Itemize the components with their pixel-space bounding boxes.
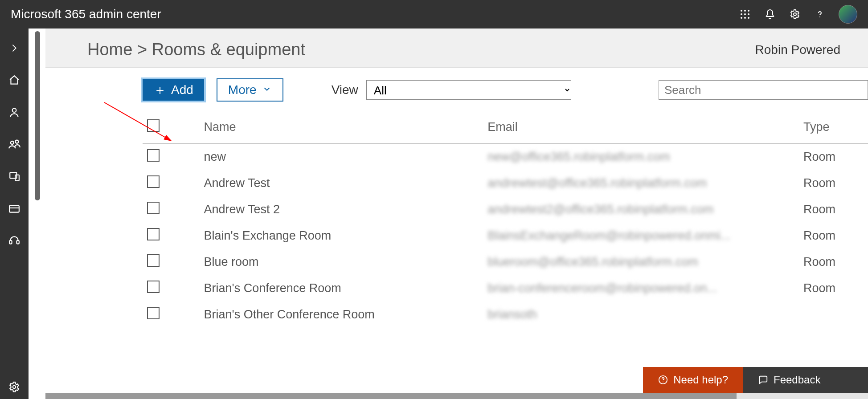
groups-icon[interactable]	[8, 138, 20, 151]
chevron-down-icon	[262, 83, 272, 97]
select-all-checkbox[interactable]	[147, 119, 160, 132]
feedback-button[interactable]: Feedback	[743, 367, 868, 393]
support-icon[interactable]	[8, 234, 20, 247]
need-help-button[interactable]: Need help?	[643, 367, 743, 393]
horizontal-scrollbar[interactable]	[45, 393, 868, 399]
devices-icon[interactable]	[8, 170, 20, 183]
more-button-label: More	[228, 83, 257, 97]
question-circle-icon	[658, 375, 668, 385]
add-button[interactable]: ＋ Add	[143, 79, 204, 101]
row-checkbox[interactable]	[147, 307, 160, 319]
svg-point-2	[748, 10, 749, 12]
rooms-table-wrap: Name Email Type newnew@office365.robinpl…	[45, 112, 868, 399]
row-name: Brian's Conference Room	[182, 281, 341, 295]
home-icon[interactable]	[8, 74, 20, 86]
row-name: Andrew Test 2	[182, 203, 280, 216]
table-row[interactable]: Blue roomblueroom@office365.robinplatfor…	[143, 249, 868, 275]
view-label: View	[332, 83, 358, 97]
settings-icon[interactable]	[789, 8, 801, 20]
breadcrumb-current: Rooms & equipment	[152, 40, 305, 59]
row-name: Blain's Exchange Room	[182, 229, 332, 243]
svg-point-20	[13, 386, 16, 389]
svg-point-11	[12, 108, 16, 112]
vertical-scrollbar[interactable]	[35, 31, 40, 200]
more-button[interactable]: More	[217, 78, 283, 102]
row-email: brian-conferenceroom@robinpowered.on...	[487, 281, 717, 295]
svg-rect-16	[9, 206, 19, 212]
row-name: Brian's Other Conference Room	[182, 308, 375, 322]
row-checkbox[interactable]	[147, 202, 160, 214]
row-type: Room	[803, 176, 835, 190]
row-name: Andrew Test	[182, 176, 270, 190]
app-title: Microsoft 365 admin center	[11, 7, 161, 21]
toolbar: ＋ Add More View All	[45, 67, 868, 112]
plus-icon: ＋	[153, 83, 167, 97]
nav-settings-icon[interactable]	[8, 387, 20, 399]
org-name: Robin Powered	[755, 43, 840, 57]
breadcrumb: Home > Rooms & equipment	[87, 40, 305, 59]
row-name: new	[182, 150, 226, 164]
svg-point-10	[819, 16, 820, 17]
table-row[interactable]: Andrew Test 2andrewtest2@office365.robin…	[143, 196, 868, 223]
row-email: BlainsExchangeRoom@robinpowered.onmi...	[487, 229, 730, 242]
svg-point-4	[744, 13, 746, 15]
rooms-table: Name Email Type newnew@office365.robinpl…	[143, 112, 868, 328]
view-select[interactable]: All	[366, 80, 571, 100]
billing-icon[interactable]	[8, 202, 20, 215]
table-row[interactable]: Brian's Other Conference Roombriansoth	[143, 301, 868, 328]
expand-nav-icon[interactable]	[8, 42, 20, 54]
row-type: Room	[803, 203, 835, 216]
svg-point-6	[741, 17, 742, 19]
table-row[interactable]: Blain's Exchange RoomBlainsExchangeRoom@…	[143, 223, 868, 249]
need-help-label: Need help?	[673, 374, 728, 386]
svg-rect-18	[9, 240, 12, 244]
column-type[interactable]: Type	[799, 112, 868, 143]
top-header: Microsoft 365 admin center	[0, 0, 868, 28]
search-input[interactable]	[659, 80, 868, 100]
svg-point-1	[744, 10, 746, 12]
column-name[interactable]: Name	[182, 120, 236, 134]
row-email: andrewtest2@office365.robinplatform.com	[487, 203, 713, 216]
svg-point-3	[741, 13, 742, 15]
svg-point-8	[748, 17, 749, 19]
table-row[interactable]: Brian's Conference Roombrian-conferencer…	[143, 275, 868, 301]
notifications-icon[interactable]	[764, 8, 776, 20]
bottom-action-bar: Need help? Feedback	[643, 367, 868, 393]
row-type: Room	[803, 150, 835, 163]
row-email: new@office365.robinplatform.com	[487, 150, 670, 163]
row-checkbox[interactable]	[147, 228, 160, 240]
table-row[interactable]: newnew@office365.robinplatform.comRoom	[143, 143, 868, 170]
help-icon[interactable]	[814, 8, 826, 20]
svg-point-12	[11, 141, 14, 144]
row-email: blueroom@office365.robinplatform.com	[487, 255, 698, 269]
row-email: briansoth	[487, 308, 537, 321]
user-icon[interactable]	[8, 106, 20, 118]
avatar[interactable]	[839, 5, 857, 24]
breadcrumb-separator: >	[137, 40, 147, 59]
row-type: Room	[803, 229, 835, 242]
svg-point-13	[15, 140, 18, 143]
top-header-actions	[739, 5, 857, 24]
left-nav-rail	[0, 28, 29, 399]
row-checkbox[interactable]	[147, 149, 160, 162]
column-email[interactable]: Email	[483, 112, 799, 143]
row-email: andrewtest@office365.robinplatform.com	[487, 176, 707, 190]
svg-point-22	[663, 382, 663, 383]
row-type: Room	[803, 255, 835, 269]
svg-point-0	[741, 10, 742, 12]
app-launcher-icon[interactable]	[739, 8, 751, 20]
row-name: Blue room	[182, 255, 259, 269]
svg-point-5	[748, 13, 749, 15]
row-checkbox[interactable]	[147, 175, 160, 188]
feedback-label: Feedback	[774, 374, 820, 386]
svg-rect-19	[16, 240, 19, 244]
svg-point-7	[744, 17, 746, 19]
row-checkbox[interactable]	[147, 254, 160, 267]
svg-point-9	[794, 13, 796, 16]
chat-icon	[758, 375, 768, 385]
main-panel: Home > Rooms & equipment Robin Powered ＋…	[29, 28, 868, 399]
breadcrumb-home[interactable]: Home	[87, 40, 132, 59]
table-row[interactable]: Andrew Testandrewtest@office365.robinpla…	[143, 170, 868, 196]
row-type: Room	[803, 281, 835, 295]
row-checkbox[interactable]	[147, 281, 160, 293]
